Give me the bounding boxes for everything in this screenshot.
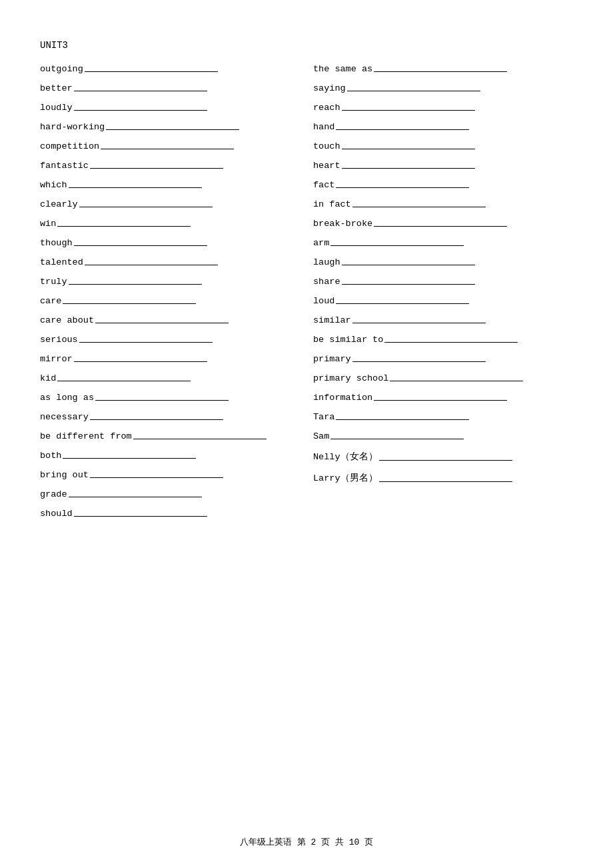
vocab-label: serious [40, 335, 78, 345]
vocab-underline[interactable] [330, 245, 464, 246]
list-item: necessary [40, 412, 293, 422]
vocab-underline[interactable] [74, 91, 207, 91]
vocab-underline[interactable] [379, 481, 512, 482]
vocab-underline[interactable] [63, 303, 196, 304]
vocab-label: should [40, 509, 73, 519]
vocab-underline[interactable] [336, 303, 469, 304]
vocab-label: Tara [313, 412, 334, 422]
vocab-label: outgoing [40, 64, 83, 74]
vocab-underline[interactable] [74, 516, 207, 517]
list-item: serious [40, 335, 293, 345]
vocab-underline[interactable] [79, 342, 213, 343]
vocab-underline[interactable] [330, 439, 464, 439]
vocab-underline[interactable] [79, 207, 213, 207]
vocab-label: touch [313, 141, 340, 151]
vocab-underline[interactable] [106, 129, 239, 130]
list-item: saying [313, 83, 573, 93]
vocab-underline[interactable] [90, 477, 223, 478]
vocab-underline[interactable] [85, 71, 218, 72]
list-item: touch [313, 141, 573, 151]
vocab-underline[interactable] [69, 497, 202, 497]
vocab-label: heart [313, 161, 340, 171]
vocab-label: Nelly（女名） [313, 451, 378, 463]
list-item: reach [313, 103, 573, 113]
list-item: truly [40, 277, 293, 287]
vocab-underline[interactable] [133, 439, 267, 439]
list-item: primary school [313, 373, 573, 383]
vocab-label: break-broke [313, 219, 372, 229]
vocab-underline[interactable] [336, 129, 469, 130]
vocab-label: which [40, 180, 67, 190]
list-item: clearly [40, 199, 293, 209]
vocab-underline[interactable] [336, 187, 469, 188]
vocab-underline[interactable] [69, 187, 202, 188]
list-item: better [40, 83, 293, 93]
vocab-label: hard-working [40, 122, 105, 132]
list-item: similar [313, 315, 573, 325]
vocab-underline[interactable] [95, 323, 229, 323]
list-item: the same as [313, 64, 573, 74]
vocab-underline[interactable] [342, 149, 475, 149]
vocab-underline[interactable] [74, 110, 207, 111]
vocab-underline[interactable] [374, 71, 507, 72]
list-item: fact [313, 180, 573, 190]
vocab-underline[interactable] [352, 207, 486, 207]
vocab-underline[interactable] [95, 400, 229, 401]
vocab-label: as long as [40, 393, 94, 403]
vocab-underline[interactable] [90, 168, 223, 169]
vocab-label: primary [313, 354, 351, 364]
vocab-label: truly [40, 277, 67, 287]
list-item: hand [313, 122, 573, 132]
list-item: Larry（男名） [313, 472, 573, 484]
vocab-label: reach [313, 103, 340, 113]
vocab-underline[interactable] [85, 265, 218, 265]
vocab-underline[interactable] [74, 245, 207, 246]
vocab-underline[interactable] [69, 284, 202, 285]
vocab-underline[interactable] [342, 284, 475, 285]
vocab-label: fantastic [40, 161, 89, 171]
list-item: which [40, 180, 293, 190]
list-item: be similar to [313, 335, 573, 345]
vocab-underline[interactable] [63, 458, 196, 459]
vocabulary-columns: outgoingbetterloudlyhard-workingcompetit… [40, 64, 573, 528]
vocab-underline[interactable] [90, 419, 223, 420]
list-item: though [40, 238, 293, 248]
vocab-underline[interactable] [390, 381, 523, 381]
vocab-underline[interactable] [347, 91, 480, 91]
vocab-underline[interactable] [384, 342, 518, 343]
vocab-label: necessary [40, 412, 89, 422]
vocab-underline[interactable] [57, 226, 191, 227]
vocab-underline[interactable] [57, 381, 191, 381]
list-item: Nelly（女名） [313, 451, 573, 463]
vocab-label: grade [40, 489, 67, 499]
list-item: Sam [313, 431, 573, 441]
vocab-label: information [313, 393, 372, 403]
vocab-label: the same as [313, 64, 372, 74]
vocab-label: arm [313, 238, 329, 248]
vocab-underline[interactable] [101, 149, 234, 149]
vocab-underline[interactable] [379, 460, 512, 461]
list-item: care [40, 296, 293, 306]
list-item: information [313, 393, 573, 403]
vocab-label: better [40, 83, 73, 93]
vocab-underline[interactable] [74, 361, 207, 362]
unit-title: UNIT3 [40, 40, 573, 51]
vocab-label: primary school [313, 373, 388, 383]
list-item: outgoing [40, 64, 293, 74]
list-item: share [313, 277, 573, 287]
vocab-label: win [40, 219, 56, 229]
vocab-label: fact [313, 180, 334, 190]
list-item: loudly [40, 103, 293, 113]
vocab-label: hand [313, 122, 334, 132]
vocab-label: similar [313, 315, 351, 325]
vocab-underline[interactable] [374, 400, 507, 401]
vocab-underline[interactable] [336, 419, 469, 420]
vocab-underline[interactable] [342, 168, 475, 169]
vocab-underline[interactable] [352, 323, 486, 323]
vocab-label: competition [40, 141, 99, 151]
vocab-underline[interactable] [342, 265, 475, 265]
vocab-underline[interactable] [342, 110, 475, 111]
vocab-underline[interactable] [352, 361, 486, 362]
right-column: the same assayingreachhandtouchheartfact… [306, 64, 573, 528]
vocab-underline[interactable] [374, 226, 507, 227]
